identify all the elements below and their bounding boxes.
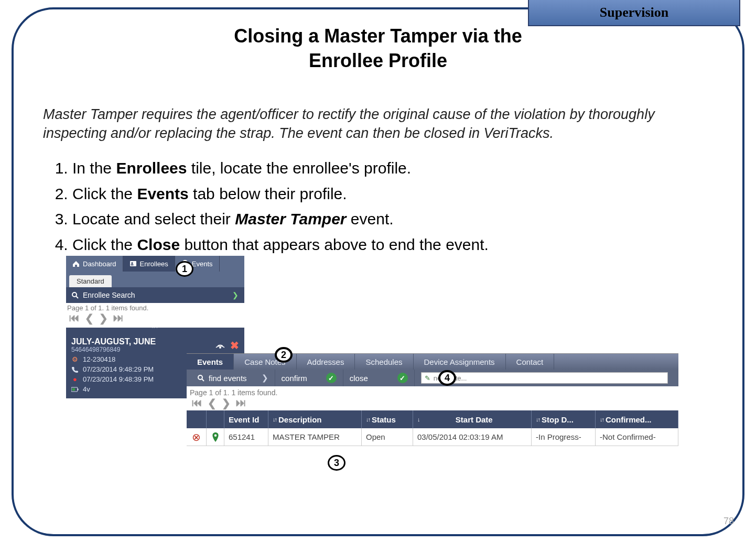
subtab-standard[interactable]: Standard: [69, 275, 112, 287]
close-button[interactable]: close ✓: [343, 370, 415, 386]
subtab-standard-label: Standard: [77, 277, 104, 285]
events-table-header: Event Id ↓↑Description ↓↑Status ↓Start D…: [187, 410, 678, 428]
step-4: Click the Close button that appears abov…: [72, 233, 713, 257]
cell-stop-date: -In Progress-: [532, 428, 596, 446]
find-events-button[interactable]: find events ❯: [191, 370, 275, 386]
dtab-device-assignments[interactable]: Device Assignments: [414, 354, 506, 370]
cell-status: Open: [362, 428, 413, 446]
page-number: 78: [723, 516, 734, 527]
handcuff-icon: ⚙: [71, 356, 79, 363]
phone-icon: [71, 366, 79, 373]
sidebar-pager-controls: ⏮ ❮ ❯ ⏭: [67, 312, 243, 324]
svg-rect-2: [131, 264, 133, 265]
tab-dashboard[interactable]: Dashboard: [66, 256, 123, 272]
th-description[interactable]: ↓↑Description: [268, 410, 362, 428]
subtab-row: Standard: [66, 272, 244, 287]
pager-prev-icon[interactable]: ❮: [208, 397, 217, 409]
chevron-right-icon[interactable]: ❯: [232, 291, 239, 299]
cell-delete-icon[interactable]: ⊗: [187, 428, 207, 446]
battery-icon: [71, 386, 79, 393]
step-3: Locate and select their Master Tamper ev…: [72, 207, 713, 232]
pencil-icon: ✎: [425, 374, 430, 382]
detail-pane: Events Case Notes Addresses Schedules De…: [187, 353, 678, 446]
dashboard-icon: [72, 260, 80, 267]
check-circle-icon: ✓: [326, 373, 337, 383]
th-blank2: [207, 410, 224, 428]
svg-line-4: [76, 296, 78, 298]
collapse-bar[interactable]: ˄˅: [66, 328, 244, 334]
new-note-input[interactable]: ✎ new note...: [421, 372, 668, 384]
dtab-events[interactable]: Events: [187, 354, 234, 370]
th-event-id[interactable]: Event Id: [224, 410, 268, 428]
th-blank1: [187, 410, 207, 428]
step-2: Click the Events tab below their profile…: [72, 182, 713, 207]
cell-confirmed: -Not Confirmed-: [596, 428, 678, 446]
confirm-button[interactable]: confirm ✓: [275, 370, 343, 386]
callout-2: 2: [275, 347, 293, 363]
th-stop-date[interactable]: ↓↑Stop D...: [532, 410, 596, 428]
svg-line-10: [202, 379, 204, 381]
header-supervision-tab: Supervision: [528, 0, 740, 26]
cell-event-id: 651241: [224, 428, 268, 446]
callout-3: 3: [328, 455, 345, 471]
search-icon: [71, 291, 79, 299]
pager-first-icon[interactable]: ⏮: [192, 397, 202, 409]
pager-next-icon[interactable]: ❯: [99, 312, 108, 324]
sort-down-icon: ↓: [417, 416, 419, 422]
pager-prev-icon[interactable]: ❮: [85, 312, 94, 324]
table-pager-meta: Page 1 of 1. 1 items found. ⏮ ❮ ❯ ⏭: [187, 386, 678, 410]
sidebar-pager-meta: Page 1 of 1. 1 items found. ⏮ ❮ ❯ ⏭: [66, 303, 244, 328]
app-screenshot: Dashboard Enrollees Events: [66, 256, 677, 476]
sort-icon: ↓↑: [273, 416, 276, 422]
app-main-tabs: Dashboard Enrollees Events: [66, 256, 244, 272]
events-toolbar: find events ❯ confirm ✓ close ✓: [187, 370, 678, 386]
enrollee-search-label: Enrollee Search: [83, 291, 135, 299]
search-icon: [197, 374, 204, 382]
svg-point-1: [131, 262, 133, 264]
tab-enrollees-label: Enrollees: [140, 260, 168, 268]
slide-container: Supervision Closing a Master Tamper via …: [0, 0, 756, 553]
steps-list: In the Enrollees tile, locate the enroll…: [14, 156, 742, 257]
svg-point-3: [72, 292, 77, 297]
pager-first-icon[interactable]: ⏮: [69, 312, 80, 324]
signal-icon: [214, 341, 226, 350]
table-row[interactable]: ⊗ 651241 MASTER TAMPER Open 03/05/2014 0…: [187, 428, 678, 446]
enrollee-search-row[interactable]: Enrollee Search ❯: [66, 287, 244, 303]
dtab-schedules[interactable]: Schedules: [355, 354, 413, 370]
table-pager-text: Page 1 of 1. 1 items found.: [190, 388, 277, 397]
dtab-contact[interactable]: Contact: [506, 354, 555, 370]
svg-point-11: [214, 434, 217, 437]
check-circle-icon: ✓: [397, 373, 408, 383]
th-confirmed[interactable]: ↓↑Confirmed...: [596, 410, 678, 428]
svg-rect-0: [130, 261, 136, 266]
th-status[interactable]: ↓↑Status: [362, 410, 413, 428]
chevron-right-icon: ❯: [262, 373, 268, 383]
pager-next-icon[interactable]: ❯: [222, 397, 231, 409]
pager-last-icon[interactable]: ⏭: [113, 312, 124, 324]
svg-rect-8: [72, 388, 75, 391]
callout-1: 1: [176, 261, 193, 277]
tab-dashboard-label: Dashboard: [83, 260, 116, 268]
pager-last-icon[interactable]: ⏭: [236, 397, 246, 409]
intro-paragraph: Master Tamper requires the agent/officer…: [14, 105, 742, 143]
person-card-icon: [129, 260, 137, 267]
close-x-icon[interactable]: ✖: [230, 339, 239, 352]
callout-4: 4: [438, 370, 456, 386]
cell-start-date: 03/05/2014 02:03:19 AM: [413, 428, 532, 446]
svg-rect-7: [78, 388, 79, 390]
slide-frame: Closing a Master Tamper via the Enrollee…: [12, 7, 744, 536]
red-dot-icon: ●: [71, 376, 79, 383]
sidebar-pager-text: Page 1 of 1. 1 items found.: [67, 304, 148, 312]
enrollee-id: 54646498796849: [71, 346, 156, 353]
tab-enrollees[interactable]: Enrollees: [123, 256, 175, 272]
dtab-addresses[interactable]: Addresses: [297, 354, 355, 370]
cell-pin-icon[interactable]: [207, 428, 224, 446]
title-line-1: Closing a Master Tamper via the: [50, 24, 706, 49]
svg-point-5: [219, 346, 221, 349]
page-title: Closing a Master Tamper via the Enrollee…: [14, 24, 742, 73]
sort-icon: ↓↑: [366, 416, 370, 422]
table-pager-controls: ⏮ ❮ ❯ ⏭: [190, 397, 676, 409]
header-supervision-label: Supervision: [600, 5, 669, 20]
cell-description: MASTER TAMPER: [268, 428, 362, 446]
th-start-date[interactable]: ↓Start Date: [413, 410, 532, 428]
